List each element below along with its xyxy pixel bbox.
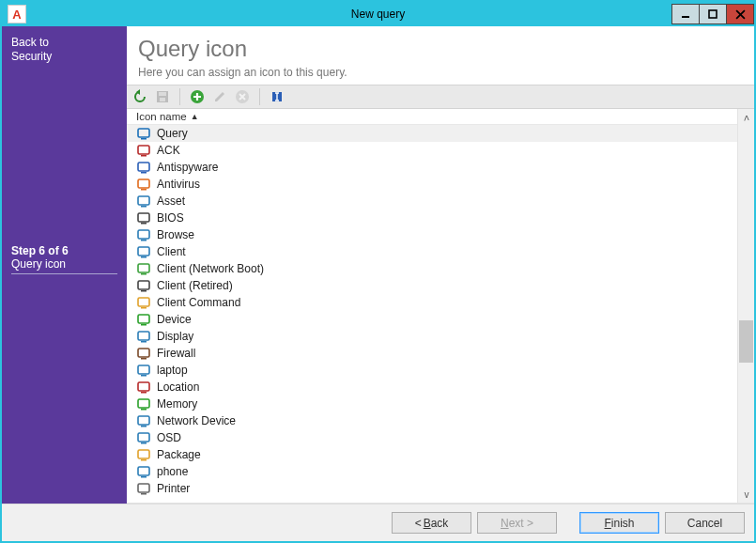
svg-rect-15 xyxy=(141,189,147,191)
svg-rect-42 xyxy=(138,416,149,425)
list-item[interactable]: Printer xyxy=(127,480,737,497)
item-icon xyxy=(136,194,151,209)
list-item[interactable]: Display xyxy=(127,328,737,345)
list-item[interactable]: Memory xyxy=(127,396,737,412)
svg-rect-44 xyxy=(138,433,149,442)
scroll-down-arrow[interactable]: v xyxy=(738,487,754,503)
list-item[interactable]: Package xyxy=(127,446,737,463)
svg-rect-22 xyxy=(138,247,149,256)
list-item[interactable]: Antispyware xyxy=(127,159,737,176)
list-item[interactable]: BIOS xyxy=(127,209,737,226)
item-label: Firewall xyxy=(157,347,195,360)
svg-rect-27 xyxy=(141,290,147,292)
svg-rect-30 xyxy=(138,315,149,323)
svg-rect-17 xyxy=(141,206,147,208)
list-item[interactable]: Client xyxy=(127,243,737,260)
scrollbar[interactable]: ʌ v xyxy=(737,109,754,503)
svg-rect-0 xyxy=(682,16,689,18)
list-item[interactable]: Query xyxy=(127,125,737,142)
item-icon xyxy=(136,380,151,395)
item-label: Client (Network Boot) xyxy=(157,262,264,275)
svg-rect-10 xyxy=(138,146,149,154)
item-icon xyxy=(136,210,151,225)
svg-rect-28 xyxy=(138,298,149,306)
svg-rect-33 xyxy=(141,341,147,343)
list-item[interactable]: Network Device xyxy=(127,412,737,429)
main-panel: Query icon Here you can assign an icon t… xyxy=(127,26,754,504)
svg-rect-9 xyxy=(141,138,147,140)
list-item[interactable]: phone xyxy=(127,463,737,480)
scroll-up-arrow[interactable]: ʌ xyxy=(738,109,754,125)
column-header-icon-name[interactable]: Icon name ▲ xyxy=(127,109,737,125)
item-icon xyxy=(136,312,151,327)
item-label: Client xyxy=(157,245,186,258)
item-icon xyxy=(136,481,151,496)
item-label: laptop xyxy=(157,364,188,377)
item-label: Device xyxy=(157,313,192,326)
svg-rect-4 xyxy=(160,98,165,101)
titlebar[interactable]: A New query xyxy=(2,2,754,26)
icon-items: QueryACKAntispywareAntivirusAssetBIOSBro… xyxy=(127,125,737,503)
item-label: Package xyxy=(157,448,201,461)
list-item[interactable]: Location xyxy=(127,379,737,396)
item-icon xyxy=(136,227,151,242)
list-item[interactable]: Client (Network Boot) xyxy=(127,260,737,277)
list-item[interactable]: Antivirus xyxy=(127,176,737,193)
delete-button[interactable] xyxy=(233,87,252,106)
item-icon xyxy=(136,447,151,462)
edit-button[interactable] xyxy=(210,87,229,106)
cancel-button[interactable]: Cancel xyxy=(665,512,745,534)
svg-rect-24 xyxy=(138,264,149,272)
item-label: ACK xyxy=(157,144,180,157)
step-indicator: Step 6 of 6 xyxy=(11,244,117,257)
maximize-button[interactable] xyxy=(699,4,727,24)
minimize-button[interactable] xyxy=(671,4,700,24)
icon-list: Icon name ▲ QueryACKAntispywareAntivirus… xyxy=(127,109,737,503)
item-label: phone xyxy=(157,465,188,478)
list-item[interactable]: Device xyxy=(127,311,737,328)
finish-button[interactable]: Finish xyxy=(579,512,659,534)
item-icon xyxy=(136,413,151,428)
list-item[interactable]: Asset xyxy=(127,193,737,209)
item-label: BIOS xyxy=(157,211,184,225)
item-label: Printer xyxy=(157,482,190,495)
svg-rect-18 xyxy=(138,213,149,222)
item-label: Browse xyxy=(157,228,194,241)
item-label: Antivirus xyxy=(157,178,200,191)
svg-rect-23 xyxy=(141,256,147,258)
svg-rect-48 xyxy=(138,467,149,475)
list-item[interactable]: Client (Retired) xyxy=(127,277,737,294)
svg-rect-38 xyxy=(138,382,149,391)
step-name: Query icon xyxy=(11,257,117,271)
list-item[interactable]: Firewall xyxy=(127,345,737,362)
item-icon xyxy=(136,346,151,361)
dialog-window: A New query Back to Security Step 6 of 6… xyxy=(0,0,756,543)
scroll-thumb[interactable] xyxy=(739,320,753,363)
item-icon xyxy=(136,177,151,192)
list-item[interactable]: Browse xyxy=(127,226,737,243)
save-button[interactable] xyxy=(153,87,172,106)
list-item[interactable]: Client Command xyxy=(127,294,737,311)
svg-rect-14 xyxy=(138,179,149,188)
item-label: Location xyxy=(157,380,199,394)
rename-button[interactable] xyxy=(268,87,286,106)
item-label: OSD xyxy=(157,431,181,444)
item-icon xyxy=(136,329,151,344)
refresh-button[interactable] xyxy=(131,87,149,106)
list-item[interactable]: laptop xyxy=(127,362,737,379)
svg-rect-16 xyxy=(138,196,149,205)
toolbar xyxy=(127,85,754,109)
back-link-line1: Back to xyxy=(11,36,117,50)
svg-rect-46 xyxy=(138,450,149,458)
item-icon xyxy=(136,244,151,259)
back-link-line2: Security xyxy=(11,50,117,64)
list-item[interactable]: OSD xyxy=(127,429,737,446)
close-button[interactable] xyxy=(726,4,754,24)
item-label: Asset xyxy=(157,194,185,208)
item-icon xyxy=(136,278,151,293)
back-link[interactable]: Back to Security xyxy=(11,36,117,64)
back-button[interactable]: < Back xyxy=(392,512,471,534)
svg-rect-8 xyxy=(138,129,149,137)
list-item[interactable]: ACK xyxy=(127,142,737,159)
add-button[interactable] xyxy=(188,87,207,106)
